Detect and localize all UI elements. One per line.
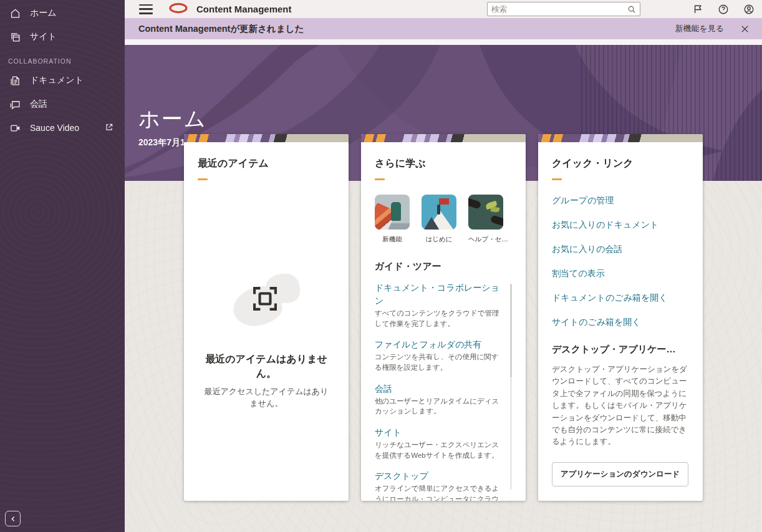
empty-state-description: 最近アクセスしたアイテムはありません。 xyxy=(200,386,332,410)
tour-link[interactable]: ドキュメント・コラボレーション xyxy=(375,283,499,306)
thumb-new-features[interactable]: 新機能 xyxy=(375,195,410,244)
search-box xyxy=(487,2,640,16)
tour-description: オフラインで簡単にアクセスできるようにローカル・コンピュータにクラウド・コンテン… xyxy=(375,483,506,501)
quick-link-favorite-conversations[interactable]: お気に入りの会話 xyxy=(552,244,689,255)
sidebar-section-collaboration: COLLABORATION xyxy=(0,49,125,69)
download-apps-button[interactable]: アプリケーションのダウンロード xyxy=(552,462,688,486)
conversation-icon xyxy=(9,98,21,110)
desktop-app-heading: デスクトップ・アプリケー… xyxy=(552,344,689,355)
help-center-thumbnail-image xyxy=(468,195,503,230)
tour-link[interactable]: 会話 xyxy=(375,384,392,394)
sidebar-item-label: ドキュメント xyxy=(30,75,84,86)
tour-description: すべてのコンテンツをクラウドで管理して作業を完了します。 xyxy=(375,308,506,329)
quick-link-documents-trash[interactable]: ドキュメントのごみ箱を開く xyxy=(552,293,689,304)
search-icon[interactable] xyxy=(627,5,636,14)
learn-more-card: さらに学ぶ 新機能 はじめに xyxy=(361,134,526,501)
quick-link-favorite-documents[interactable]: お気に入りのドキュメント xyxy=(552,220,689,231)
empty-state-title: 最近のアイテムはありません。 xyxy=(200,352,332,380)
notification-banner: Content Managementが更新されました 新機能を見る xyxy=(125,18,762,39)
desktop-app-description: デスクトップ・アプリケーションをダウンロードして、すべてのコンピュータ上で全ファ… xyxy=(552,364,689,448)
tour-description: 他のユーザーとリアルタイムにディスカッションします。 xyxy=(375,396,506,417)
card-row: 最近のアイテム 最近のアイテムはありません。 最 xyxy=(184,134,703,501)
sidebar-collapse-button[interactable] xyxy=(5,511,21,526)
chevron-left-icon xyxy=(10,513,16,525)
card-title: さらに学ぶ xyxy=(375,157,512,170)
recent-items-card: 最近のアイテム 最近のアイテムはありません。 最 xyxy=(184,134,349,501)
tour-link[interactable]: デスクトップ xyxy=(375,471,428,481)
tour-link[interactable]: ファイルとフォルダの共有 xyxy=(375,339,481,349)
accent-dash xyxy=(375,178,385,180)
close-icon[interactable] xyxy=(740,24,750,34)
see-new-features-link[interactable]: 新機能を見る xyxy=(675,23,724,34)
tour-item-file-folder-sharing: ファイルとフォルダの共有 コンテンツを共有し、その使用に関する権限を設定します。 xyxy=(375,338,506,372)
sidebar-item-label: ホーム xyxy=(30,7,57,19)
tour-description: リッチなユーザー・エクスペリエンスを提供するWebサイトを作成します。 xyxy=(375,440,506,460)
sites-icon xyxy=(9,31,21,43)
accent-dash xyxy=(198,178,208,180)
learn-thumbnails: 新機能 はじめに ヘルプ・セ… xyxy=(375,195,512,244)
oracle-logo-icon[interactable] xyxy=(168,2,189,16)
menu-icon[interactable] xyxy=(139,4,153,14)
sidebar-item-home[interactable]: ホーム xyxy=(0,1,125,25)
search-input[interactable] xyxy=(488,2,627,16)
banner-message: Content Managementが更新されました xyxy=(138,23,304,35)
thumb-getting-started[interactable]: はじめに xyxy=(422,195,456,244)
card-title: 最近のアイテム xyxy=(198,157,335,170)
guided-tour-heading: ガイド・ツアー xyxy=(375,261,512,273)
tour-item-desktop: デスクトップ オフラインで簡単にアクセスできるようにローカル・コンピュータにクラ… xyxy=(375,470,506,501)
app-title: Content Management xyxy=(196,4,292,14)
card-decorative-strip xyxy=(184,134,349,142)
home-icon xyxy=(9,7,21,19)
getting-started-thumbnail-image xyxy=(422,195,456,230)
tour-description: コンテンツを共有し、その使用に関する権限を設定します。 xyxy=(375,352,506,372)
sidebar-item-sites[interactable]: サイト xyxy=(0,25,125,49)
quick-link-manage-groups[interactable]: グループの管理 xyxy=(552,195,689,206)
top-bar: Content Management xyxy=(125,0,762,18)
sidebar-item-label: サイト xyxy=(30,31,57,42)
empty-state: 最近のアイテムはありません。 最近アクセスしたアイテムはありません。 xyxy=(184,273,349,410)
thumb-label: はじめに xyxy=(422,235,456,244)
tour-item-conversations: 会話 他のユーザーとリアルタイムにディスカッションします。 xyxy=(375,382,506,417)
quick-links-card: クイック・リンク グループの管理 お気に入りのドキュメント お気に入りの会話 割… xyxy=(538,134,703,501)
accent-dash xyxy=(552,178,562,180)
tour-item-document-collaboration: ドキュメント・コラボレーション すべてのコンテンツをクラウドで管理して作業を完了… xyxy=(375,281,506,329)
card-decorative-strip xyxy=(361,134,526,142)
flag-icon[interactable] xyxy=(693,4,703,14)
topbar-icons xyxy=(693,0,755,18)
card-decorative-strip xyxy=(538,134,703,142)
account-icon[interactable] xyxy=(743,4,755,15)
sidebar-item-label: Sauce Video xyxy=(30,123,79,133)
thumb-label: ヘルプ・セ… xyxy=(468,235,503,244)
sidebar-item-sauce-video[interactable]: Sauce Video xyxy=(0,116,125,140)
document-icon xyxy=(9,74,21,87)
page-title: ホーム xyxy=(138,105,207,133)
quick-links-list: グループの管理 お気に入りのドキュメント お気に入りの会話 割当ての表示 ドキュ… xyxy=(552,195,689,328)
help-icon[interactable] xyxy=(718,4,729,15)
thumb-help-center[interactable]: ヘルプ・セ… xyxy=(468,195,503,244)
external-link-icon xyxy=(105,123,113,133)
quick-link-view-assignments[interactable]: 割当ての表示 xyxy=(552,268,689,279)
guided-tour-list: ドキュメント・コラボレーション すべてのコンテンツをクラウドで管理して作業を完了… xyxy=(375,281,512,501)
new-features-thumbnail-image xyxy=(375,195,410,230)
main-area: Content Management Content Managementが更新… xyxy=(125,0,762,532)
video-icon xyxy=(9,122,21,134)
scrollbar[interactable] xyxy=(510,284,512,490)
tour-item-sites: サイト リッチなユーザー・エクスペリエンスを提供するWebサイトを作成します。 xyxy=(375,426,506,460)
thumb-label: 新機能 xyxy=(375,235,410,244)
no-items-icon xyxy=(247,281,283,319)
sidebar: ホーム サイト COLLABORATION ドキュメント 会話 Sauce Vi… xyxy=(0,0,125,532)
tour-link[interactable]: サイト xyxy=(375,427,402,437)
quick-link-sites-trash[interactable]: サイトのごみ箱を開く xyxy=(552,317,689,328)
sidebar-item-label: 会話 xyxy=(30,99,47,110)
sidebar-item-conversations[interactable]: 会話 xyxy=(0,92,125,116)
sidebar-item-documents[interactable]: ドキュメント xyxy=(0,69,125,92)
divider xyxy=(125,39,762,45)
card-title: クイック・リンク xyxy=(552,157,689,170)
